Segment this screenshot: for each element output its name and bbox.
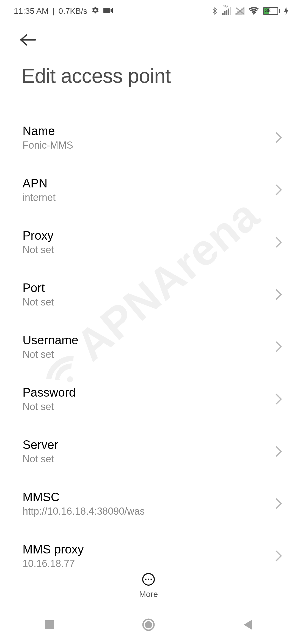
more-label: More bbox=[139, 590, 158, 599]
more-icon bbox=[142, 572, 155, 587]
gear-icon bbox=[91, 6, 100, 16]
svg-rect-4 bbox=[228, 9, 229, 15]
svg-rect-2 bbox=[224, 11, 226, 15]
apn-username-row[interactable]: Username Not set bbox=[23, 321, 282, 373]
row-label: MMSC bbox=[23, 490, 145, 504]
chevron-right-icon bbox=[275, 184, 282, 196]
chevron-right-icon bbox=[275, 393, 282, 405]
status-time: 11:35 AM bbox=[14, 6, 49, 16]
apn-port-row[interactable]: Port Not set bbox=[23, 268, 282, 321]
camera-icon bbox=[103, 6, 113, 16]
system-nav-bar bbox=[0, 605, 297, 644]
apn-name-row[interactable]: Name Fonic-MMS bbox=[23, 111, 282, 164]
row-label: Username bbox=[23, 333, 78, 347]
row-value: Not set bbox=[23, 453, 58, 465]
chevron-right-icon bbox=[275, 446, 282, 457]
row-label: Name bbox=[23, 124, 73, 138]
bluetooth-icon bbox=[211, 6, 218, 16]
back-button[interactable] bbox=[19, 33, 37, 48]
status-bar: 11:35 AM | 0.7KB/s 4G 38 bbox=[0, 0, 297, 22]
svg-point-20 bbox=[145, 621, 152, 628]
signal-sim1-icon: 4G bbox=[222, 7, 232, 15]
svg-rect-18 bbox=[45, 620, 54, 629]
battery-icon: 38 bbox=[263, 7, 280, 15]
row-value: Not set bbox=[23, 296, 54, 308]
more-button[interactable]: More bbox=[139, 572, 158, 599]
row-value: Not set bbox=[23, 244, 54, 256]
svg-marker-21 bbox=[244, 620, 252, 630]
row-label: Server bbox=[23, 438, 58, 452]
svg-rect-0 bbox=[103, 8, 110, 13]
row-value: Fonic-MMS bbox=[23, 140, 73, 151]
chevron-right-icon bbox=[275, 341, 282, 353]
row-label: APN bbox=[23, 176, 56, 190]
nav-back-button[interactable] bbox=[223, 619, 272, 631]
status-net-speed: 0.7KB/s bbox=[59, 6, 87, 16]
row-label: MMS proxy bbox=[23, 542, 84, 556]
svg-point-17 bbox=[150, 578, 152, 580]
bottom-toolbar: More bbox=[0, 566, 297, 605]
chevron-right-icon bbox=[275, 550, 282, 562]
svg-point-15 bbox=[145, 578, 146, 580]
row-label: Port bbox=[23, 281, 54, 295]
row-value: Not set bbox=[23, 349, 78, 360]
apn-proxy-row[interactable]: Proxy Not set bbox=[23, 216, 282, 268]
wifi-icon bbox=[249, 7, 259, 15]
apn-mmsc-row[interactable]: MMSC http://10.16.18.4:38090/was bbox=[23, 477, 282, 530]
row-value: Not set bbox=[23, 401, 76, 413]
chevron-right-icon bbox=[275, 132, 282, 143]
nav-recent-button[interactable] bbox=[25, 619, 74, 630]
row-label: Password bbox=[23, 386, 76, 399]
apn-apn-row[interactable]: APN internet bbox=[23, 164, 282, 216]
chevron-right-icon bbox=[275, 236, 282, 248]
apn-mms-proxy-row[interactable]: MMS proxy 10.16.18.77 bbox=[23, 530, 282, 568]
row-value: http://10.16.18.4:38090/was bbox=[23, 506, 145, 517]
chevron-right-icon bbox=[275, 498, 282, 509]
apn-server-row[interactable]: Server Not set bbox=[23, 425, 282, 477]
apn-password-row[interactable]: Password Not set bbox=[23, 373, 282, 425]
page-title: Edit access point bbox=[21, 64, 170, 88]
chevron-right-icon bbox=[275, 289, 282, 300]
row-label: Proxy bbox=[23, 229, 54, 242]
svg-point-16 bbox=[148, 578, 149, 580]
charging-icon bbox=[284, 7, 289, 15]
status-right: 4G 38 bbox=[211, 6, 289, 16]
status-left: 11:35 AM | 0.7KB/s bbox=[14, 6, 113, 16]
status-sep: | bbox=[53, 6, 55, 16]
signal-sim2-icon bbox=[235, 7, 245, 15]
svg-rect-5 bbox=[230, 7, 231, 15]
settings-list: Name Fonic-MMS APN internet Proxy Not se… bbox=[23, 111, 282, 568]
svg-rect-1 bbox=[222, 13, 224, 15]
row-value: internet bbox=[23, 192, 56, 203]
svg-rect-3 bbox=[226, 10, 227, 15]
nav-home-button[interactable] bbox=[124, 618, 173, 632]
